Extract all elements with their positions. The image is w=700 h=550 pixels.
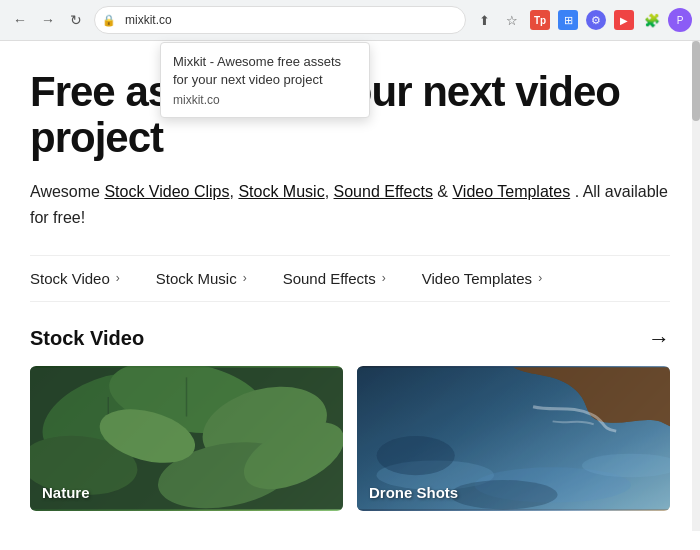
subtitle-link-video-templates[interactable]: Video Templates xyxy=(452,183,570,200)
back-button[interactable]: ← xyxy=(8,8,32,32)
scrollbar-thumb[interactable] xyxy=(692,41,700,121)
ext-gear-btn[interactable]: ⚙ xyxy=(584,8,608,32)
subtitle-link-stock-music[interactable]: Stock Music xyxy=(238,183,324,200)
comma2: , xyxy=(325,183,334,200)
nav-stock-video[interactable]: Stock Video › xyxy=(30,270,156,287)
hero-subtitle: Awesome Stock Video Clips, Stock Music, … xyxy=(30,179,670,230)
browser-window: ← → ↻ 🔒 ⬆ ☆ Tp ⊞ ⚙ xyxy=(0,0,700,531)
refresh-button[interactable]: ↻ xyxy=(64,8,88,32)
nature-card-label: Nature xyxy=(42,484,90,501)
svg-point-17 xyxy=(450,480,558,509)
bookmark-icon-btn[interactable]: ☆ xyxy=(500,8,524,32)
tp-icon: Tp xyxy=(530,10,550,30)
stock-video-section-header: Stock Video → xyxy=(30,326,670,352)
ampersand: & xyxy=(437,183,452,200)
forward-button[interactable]: → xyxy=(36,8,60,32)
profile-avatar[interactable]: P xyxy=(668,8,692,32)
ext-grid-btn[interactable]: ⊞ xyxy=(556,8,580,32)
chevron-stock-video: › xyxy=(116,271,120,285)
nav-stock-video-label: Stock Video xyxy=(30,270,110,287)
ext-tp-btn[interactable]: Tp xyxy=(528,8,552,32)
stock-video-arrow[interactable]: → xyxy=(648,326,670,352)
nav-stock-music[interactable]: Stock Music › xyxy=(156,270,283,287)
browser-extension-icons: ⬆ ☆ Tp ⊞ ⚙ ▶ 🧩 P xyxy=(472,8,692,32)
address-bar[interactable] xyxy=(94,6,466,34)
grid-icon: ⊞ xyxy=(558,10,578,30)
youtube-icon: ▶ xyxy=(614,10,634,30)
nav-stock-music-label: Stock Music xyxy=(156,270,237,287)
puzzle-icon: 🧩 xyxy=(642,10,662,30)
svg-point-16 xyxy=(377,436,455,475)
nav-sound-effects[interactable]: Sound Effects › xyxy=(283,270,422,287)
share-icon-btn[interactable]: ⬆ xyxy=(472,8,496,32)
address-bar-container: 🔒 xyxy=(94,6,466,34)
video-cards-container: Nature xyxy=(30,366,670,511)
page-scrollbar[interactable] xyxy=(692,41,700,531)
tab-tooltip: Mixkit - Awesome free assets for your ne… xyxy=(160,42,370,118)
category-nav: Stock Video › Stock Music › Sound Effect… xyxy=(30,255,670,302)
subtitle-link-sound-effects[interactable]: Sound Effects xyxy=(334,183,433,200)
subtitle-link-stock-video[interactable]: Stock Video Clips xyxy=(104,183,229,200)
chevron-sound-effects: › xyxy=(382,271,386,285)
ext-puzzle-btn[interactable]: 🧩 xyxy=(640,8,664,32)
nav-sound-effects-label: Sound Effects xyxy=(283,270,376,287)
video-card-nature[interactable]: Nature xyxy=(30,366,343,511)
nav-buttons: ← → ↻ xyxy=(8,8,88,32)
subtitle-text-prefix: Awesome xyxy=(30,183,104,200)
nav-video-templates[interactable]: Video Templates › xyxy=(422,270,578,287)
ext-yt-btn[interactable]: ▶ xyxy=(612,8,636,32)
tooltip-title: Mixkit - Awesome free assets for your ne… xyxy=(173,53,357,89)
gear-icon: ⚙ xyxy=(586,10,606,30)
chevron-stock-music: › xyxy=(243,271,247,285)
drone-card-label: Drone Shots xyxy=(369,484,458,501)
lock-icon: 🔒 xyxy=(102,14,116,27)
tooltip-url: mixkit.co xyxy=(173,93,357,107)
nav-video-templates-label: Video Templates xyxy=(422,270,532,287)
chevron-video-templates: › xyxy=(538,271,542,285)
browser-toolbar: ← → ↻ 🔒 ⬆ ☆ Tp ⊞ ⚙ xyxy=(0,0,700,41)
stock-video-section-title: Stock Video xyxy=(30,327,144,350)
video-card-drone[interactable]: Drone Shots xyxy=(357,366,670,511)
